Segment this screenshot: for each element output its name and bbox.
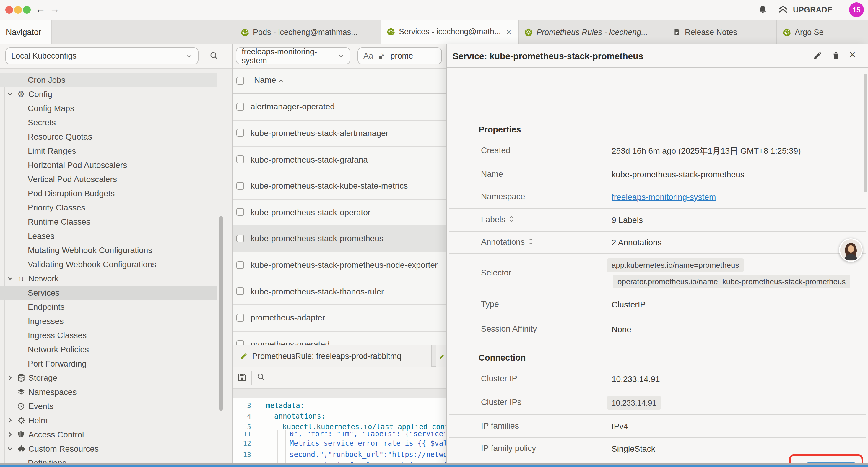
sort-ascending-icon[interactable] <box>278 78 284 85</box>
sidebar-item-leases[interactable]: Leases <box>0 229 217 243</box>
sidebar-item-mutating-webhook-configurations[interactable]: Mutating Webhook Configurations <box>0 243 217 257</box>
row-checkbox[interactable] <box>236 288 244 295</box>
sidebar-scrollbar[interactable] <box>219 216 223 411</box>
sidebar-item-vertical-pod-autoscalers[interactable]: Vertical Pod Autoscalers <box>0 172 217 186</box>
forward-arrow-icon[interactable]: → <box>50 4 60 16</box>
service-row-prometheus-adapter[interactable]: prometheus-adapter <box>233 304 446 331</box>
sidebar-item-services[interactable]: Services <box>0 286 217 300</box>
service-row-kube-prometheus-stack-kube-state-metrics[interactable]: kube-prometheus-stack-kube-state-metrics <box>233 173 446 200</box>
row-checkbox[interactable] <box>236 129 244 137</box>
shield-icon <box>17 430 25 439</box>
sidebar-item-events[interactable]: Events <box>0 399 217 413</box>
sidebar-item-network[interactable]: ↑↓Network <box>0 271 217 286</box>
tab-services-icecheng-math[interactable]: Services - icecheng@math...× <box>381 20 519 44</box>
sidebar-item-horizontal-pod-autoscalers[interactable]: Horizontal Pod Autoscalers <box>0 158 217 172</box>
sidebar-item-endpoints[interactable]: Endpoints <box>0 300 217 314</box>
sidebar-item-resource-quotas[interactable]: Resource Quotas <box>0 129 217 144</box>
sort-updown-icon[interactable] <box>508 215 515 223</box>
service-row-kube-prometheus-stack-prometheus[interactable]: kube-prometheus-stack-prometheus <box>233 225 446 252</box>
kubeconfig-selector-value: Local Kubeconfigs <box>11 52 76 60</box>
editor-search-icon[interactable] <box>256 372 266 382</box>
chevron-down-icon[interactable] <box>6 90 13 97</box>
row-checkbox[interactable] <box>236 235 244 242</box>
sidebar-item-runtime-classes[interactable]: Runtime Classes <box>0 214 217 229</box>
row-checkbox[interactable] <box>236 314 244 322</box>
sidebar-item-namespaces[interactable]: Namespaces <box>0 385 217 399</box>
sidebar-item-network-policies[interactable]: Network Policies <box>0 342 217 356</box>
sidebar-item-access-control[interactable]: Access Control <box>0 428 217 442</box>
sidebar-item-config-maps[interactable]: Config Maps <box>0 101 217 115</box>
sidebar-item-priority-classes[interactable]: Priority Classes <box>0 200 217 214</box>
match-case-toggle[interactable]: Aa <box>363 52 373 60</box>
service-row-kube-prometheus-stack-operator[interactable]: kube-prometheus-stack-operator <box>233 199 446 226</box>
navigator-tab[interactable]: Navigator <box>0 20 52 44</box>
row-checkbox[interactable] <box>236 182 244 189</box>
tab-close-icon[interactable]: × <box>505 27 512 36</box>
panel-title: Service: kube-prometheus-stack-prometheu… <box>453 51 643 61</box>
upgrade-button[interactable]: UPGRADE <box>793 5 833 14</box>
search-icon[interactable] <box>209 51 219 61</box>
close-panel-icon[interactable]: × <box>849 49 856 61</box>
sidebar-item-custom-resources[interactable]: Custom Resources <box>0 442 217 456</box>
editor-tab-partial[interactable] <box>436 345 446 367</box>
sidebar-item-storage[interactable]: Storage <box>0 371 217 385</box>
editor-tab-prometheusrule[interactable]: PrometheusRule: freeleaps-prod-rabbitmq <box>233 345 432 367</box>
back-arrow-icon[interactable]: ← <box>35 4 45 16</box>
sidebar-item-label: Events <box>28 401 54 411</box>
tab-pods-icecheng-mathmas[interactable]: Pods - icecheng@mathmas... <box>235 20 381 44</box>
tab-argo-se[interactable]: Argo Se <box>777 20 864 44</box>
upgrade-icon[interactable] <box>778 5 788 14</box>
sort-updown-icon[interactable] <box>528 238 534 245</box>
zoom-window-button[interactable] <box>23 6 31 13</box>
property-row-created: Created253d 16h 6m ago (2025年1月13日 GMT+8… <box>449 140 866 163</box>
edit-icon[interactable] <box>813 51 823 60</box>
kubeconfig-selector[interactable]: Local Kubeconfigs <box>5 47 198 64</box>
sidebar-item-helm[interactable]: Helm <box>0 413 217 428</box>
select-all-checkbox[interactable] <box>236 77 244 85</box>
chevron-down-icon[interactable] <box>6 445 13 452</box>
sidebar-item-limit-ranges[interactable]: Limit Ranges <box>0 144 217 158</box>
row-checkbox[interactable] <box>236 103 244 111</box>
row-checkbox[interactable] <box>236 208 244 216</box>
user-avatar[interactable] <box>839 238 863 262</box>
code-url[interactable]: https://netwo <box>392 450 446 459</box>
code-segment: 0", "for": "1m", "labels": {"service": "… <box>289 432 446 438</box>
sidebar-item-ingress-classes[interactable]: Ingress Classes <box>0 328 217 342</box>
panel-scrollbar[interactable] <box>864 74 867 192</box>
name-column-header[interactable]: Name <box>254 75 276 85</box>
regex-toggle[interactable]: * <box>379 52 385 60</box>
namespace-link[interactable]: freeleaps-monitoring-system <box>612 192 716 202</box>
chevron-right-icon[interactable] <box>6 431 13 438</box>
notification-count-badge[interactable]: 15 <box>849 2 864 17</box>
service-row-kube-prometheus-stack-thanos-ruler[interactable]: kube-prometheus-stack-thanos-ruler <box>233 278 446 305</box>
chevron-right-icon[interactable] <box>6 374 13 381</box>
sidebar-item-ingresses[interactable]: Ingresses <box>0 314 217 328</box>
save-icon[interactable] <box>237 372 247 382</box>
yaml-editor[interactable]: 3metadata:4annotations:5kubectl.kubernet… <box>233 399 446 467</box>
sidebar-item-pod-disruption-budgets[interactable]: Pod Disruption Budgets <box>0 186 217 200</box>
service-row-alertmanager-operated[interactable]: alertmanager-operated <box>233 93 446 120</box>
property-value: ClusterIP <box>612 299 646 309</box>
chevron-right-icon[interactable] <box>6 417 13 424</box>
sidebar-item-validating-webhook-configurations[interactable]: Validating Webhook Configurations <box>0 257 217 271</box>
close-window-button[interactable] <box>5 6 13 13</box>
service-row-kube-prometheus-stack-grafana[interactable]: kube-prometheus-stack-grafana <box>233 146 446 173</box>
tab-release-notes[interactable]: Release Notes <box>667 20 777 44</box>
sidebar-item-secrets[interactable]: Secrets <box>0 115 217 129</box>
service-row-kube-prometheus-stack-prometheus-node-exporter[interactable]: kube-prometheus-stack-prometheus-node-ex… <box>233 252 446 279</box>
panel-body: PropertiesCreated253d 16h 6m ago (2025年1… <box>447 68 868 467</box>
chevron-down-icon[interactable] <box>6 275 13 282</box>
minimize-window-button[interactable] <box>14 6 22 13</box>
row-checkbox[interactable] <box>236 155 244 163</box>
row-checkbox[interactable] <box>236 261 244 269</box>
delete-icon[interactable] <box>831 51 840 60</box>
value-chip: operator.prometheus.io/name=kube-prometh… <box>613 275 850 289</box>
search-filter-input[interactable]: Aa * prome <box>358 47 442 64</box>
service-row-kube-prometheus-stack-alertmanager[interactable]: kube-prometheus-stack-alertmanager <box>233 120 446 147</box>
sidebar-item-config[interactable]: ⚙Config <box>0 87 217 101</box>
namespace-selector[interactable]: freeleaps-monitoring-system <box>236 47 350 64</box>
sidebar-item-cron-jobs[interactable]: Cron Jobs <box>0 73 217 87</box>
tab-prometheus-rules-icecheng[interactable]: Prometheus Rules - icecheng... <box>519 20 667 44</box>
bell-icon[interactable] <box>758 5 768 14</box>
sidebar-item-port-forwarding[interactable]: Port Forwarding <box>0 356 217 371</box>
